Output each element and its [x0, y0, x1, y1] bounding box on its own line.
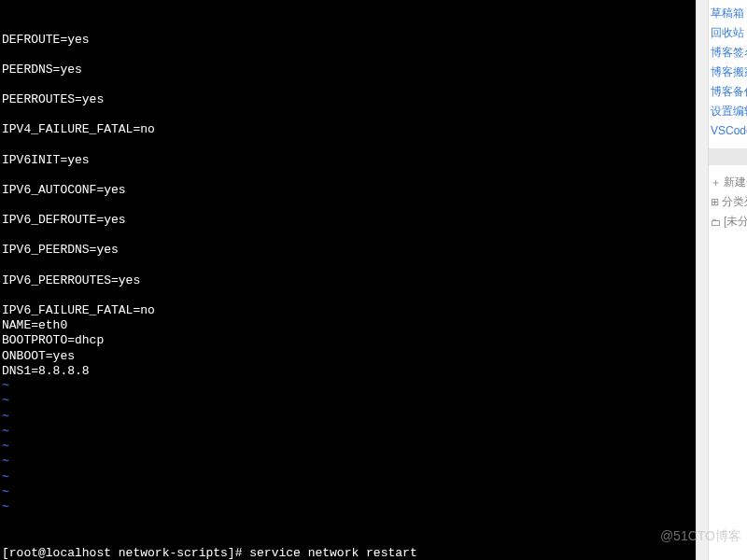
sidebar-link[interactable]: 博客签名: [709, 43, 747, 63]
action-icon: 🗀: [711, 217, 721, 228]
config-line: [2, 107, 694, 122]
action-icon: ⊞: [711, 196, 719, 208]
action-icon: ＋: [711, 175, 721, 189]
vim-tilde: ~: [2, 455, 694, 469]
vim-tilde: ~: [2, 379, 694, 394]
action-label: [未分类: [724, 214, 747, 230]
config-line: [2, 77, 694, 92]
config-line: [2, 48, 694, 63]
terminal-window[interactable]: DEFROUTE=yesPEERDNS=yesPEERROUTES=yesIPV…: [0, 0, 696, 560]
sidebar-link[interactable]: 博客搬家: [709, 63, 747, 82]
sidebar-link[interactable]: 草稿箱: [709, 4, 747, 23]
config-line: IPV6INIT=yes: [2, 153, 694, 168]
sidebar-action[interactable]: ＋新建分: [709, 173, 747, 192]
vim-tilde: ~: [2, 394, 694, 409]
vim-tilde: ~: [2, 485, 694, 500]
config-line: IPV6_AUTOCONF=yes: [2, 183, 694, 198]
config-line: [2, 288, 694, 303]
vim-tilde: ~: [2, 500, 694, 515]
config-line: BOOTPROTO=dhcp: [2, 333, 694, 348]
vim-tilde: ~: [2, 440, 694, 455]
config-line: IPV6_FAILURE_FATAL=no: [2, 303, 694, 318]
config-line: DNS1=8.8.8.8: [2, 364, 694, 379]
sidebar-link[interactable]: VSCode打: [709, 121, 747, 141]
config-line: PEERDNS=yes: [2, 63, 694, 77]
config-line: [2, 168, 694, 183]
config-line: IPV6_PEERROUTES=yes: [2, 273, 694, 288]
sidebar: 草稿箱回收站博客签名博客搬家博客备份设置编辑VSCode打 ＋新建分⊞分类列🗀[…: [696, 0, 747, 560]
vim-tilde: ~: [2, 410, 694, 425]
sidebar-action[interactable]: 🗀[未分类: [709, 212, 747, 231]
action-label: 新建分: [724, 175, 747, 190]
config-line: [2, 228, 694, 243]
sidebar-divider: [709, 148, 747, 165]
config-line: ONBOOT=yes: [2, 349, 694, 364]
config-line: NAME=eth0: [2, 318, 694, 333]
sidebar-link[interactable]: 回收站: [709, 23, 747, 43]
vim-tilde: ~: [2, 425, 694, 440]
action-label: 分类列: [722, 194, 747, 210]
config-line: [2, 259, 694, 273]
config-line: DEFROUTE=yes: [2, 33, 694, 48]
prompt-line-1: [root@localhost network-scripts]# servic…: [2, 546, 417, 560]
sidebar-action[interactable]: ⊞分类列: [709, 192, 747, 212]
config-line: [2, 198, 694, 213]
sidebar-link[interactable]: 博客备份: [709, 82, 747, 102]
config-line: IPV6_PEERDNS=yes: [2, 243, 694, 258]
sidebar-link[interactable]: 设置编辑: [709, 102, 747, 121]
config-line: PEERROUTES=yes: [2, 92, 694, 107]
config-line: [2, 138, 694, 153]
config-line: IPV6_DEFROUTE=yes: [2, 213, 694, 228]
vim-tilde: ~: [2, 470, 694, 485]
scrollbar[interactable]: [696, 0, 709, 560]
config-line: IPV4_FAILURE_FATAL=no: [2, 122, 694, 137]
